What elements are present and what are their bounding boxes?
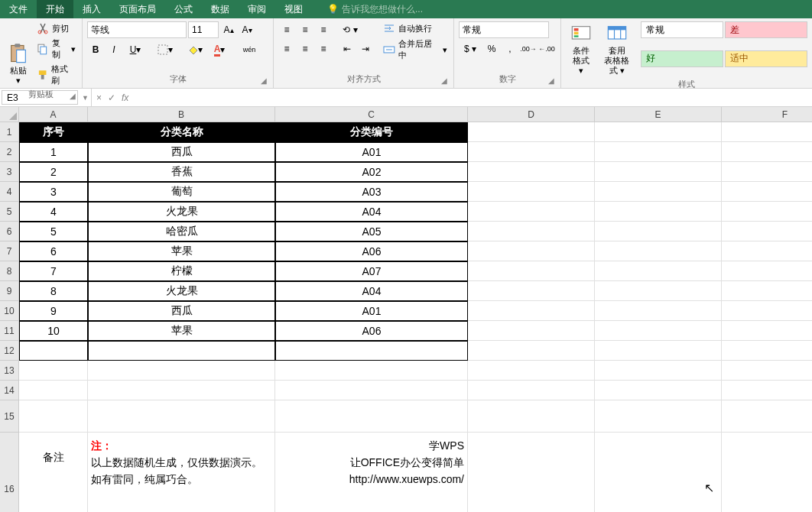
align-left-button[interactable]: ≡ — [278, 41, 295, 57]
increase-font-button[interactable]: A▴ — [220, 21, 237, 38]
cell-B6[interactable]: 哈密瓜 — [88, 222, 275, 241]
style-bad[interactable]: 差 — [725, 21, 807, 38]
cell-A11[interactable]: 10 — [19, 321, 88, 341]
cell-C5[interactable]: A04 — [275, 202, 468, 222]
cell-F8[interactable] — [722, 261, 812, 281]
currency-button[interactable]: $ ▾ — [459, 41, 482, 57]
cell-D1[interactable] — [468, 122, 595, 142]
cell-F4[interactable] — [722, 182, 812, 202]
cell-D6[interactable] — [468, 222, 595, 241]
cell-E9[interactable] — [595, 281, 722, 301]
align-center-button[interactable]: ≡ — [297, 41, 313, 57]
cell-B16[interactable]: 注：以上数据随机生成，仅供数据演示。如有雷同，纯属巧合。 — [88, 433, 275, 512]
formula-cancel-button[interactable]: × — [96, 92, 102, 103]
name-box-dropdown[interactable]: ▼ — [80, 89, 92, 106]
style-normal[interactable]: 常规 — [641, 21, 723, 38]
dialog-launcher-icon[interactable]: ◢ — [261, 76, 267, 85]
phonetic-button[interactable]: wén — [238, 41, 261, 58]
cell-E15[interactable] — [595, 400, 722, 433]
cell-F9[interactable] — [722, 281, 812, 301]
row-header-5[interactable]: 5 — [0, 202, 19, 222]
bold-button[interactable]: B — [87, 41, 104, 58]
cell-F13[interactable] — [722, 361, 812, 381]
menu-开始[interactable]: 开始 — [37, 0, 73, 18]
row-header-4[interactable]: 4 — [0, 182, 19, 202]
cell-C9[interactable]: A04 — [275, 281, 468, 301]
col-header-A[interactable]: A — [19, 107, 88, 122]
cell-A12[interactable] — [19, 341, 88, 361]
cell-A3[interactable]: 2 — [19, 162, 88, 182]
cell-D8[interactable] — [468, 261, 595, 281]
cell-E3[interactable] — [595, 162, 722, 182]
number-format-select[interactable] — [459, 21, 549, 38]
row-header-2[interactable]: 2 — [0, 142, 19, 162]
cell-B9[interactable]: 火龙果 — [88, 281, 275, 301]
align-bottom-button[interactable]: ≡ — [315, 21, 332, 38]
row-header-6[interactable]: 6 — [0, 222, 19, 241]
row-header-3[interactable]: 3 — [0, 162, 19, 182]
cell-B7[interactable]: 苹果 — [88, 241, 275, 261]
dialog-launcher-icon[interactable]: ◢ — [548, 76, 554, 85]
conditional-format-button[interactable]: 条件格式▾ — [566, 21, 596, 77]
cell-A5[interactable]: 4 — [19, 202, 88, 222]
col-header-C[interactable]: C — [275, 107, 468, 122]
cell-F16[interactable] — [722, 433, 812, 512]
orientation-button[interactable]: ⟲ ▾ — [339, 21, 362, 38]
formula-ok-button[interactable]: ✓ — [108, 92, 115, 103]
cell-E1[interactable] — [595, 122, 722, 142]
dialog-launcher-icon[interactable]: ◢ — [441, 76, 447, 85]
cell-C11[interactable]: A06 — [275, 321, 468, 341]
fx-button[interactable]: fx — [122, 92, 128, 103]
cell-C14[interactable] — [275, 381, 468, 400]
decrease-indent-button[interactable]: ⇤ — [339, 41, 356, 57]
cell-A10[interactable]: 9 — [19, 301, 88, 321]
cell-A2[interactable]: 1 — [19, 142, 88, 162]
cell-C15[interactable] — [275, 400, 468, 433]
select-all-corner[interactable] — [0, 107, 19, 122]
col-header-E[interactable]: E — [595, 107, 722, 122]
row-header-10[interactable]: 10 — [0, 301, 19, 321]
cell-A16[interactable]: 备注 — [19, 433, 88, 512]
border-button[interactable]: ▾ — [154, 41, 177, 58]
align-right-button[interactable]: ≡ — [315, 41, 332, 57]
font-size-select[interactable] — [188, 21, 219, 38]
cell-B14[interactable] — [88, 381, 275, 400]
cell-C4[interactable]: A03 — [275, 182, 468, 202]
cut-button[interactable]: 剪切 — [35, 21, 77, 35]
cell-B8[interactable]: 柠檬 — [88, 261, 275, 281]
cell-B3[interactable]: 香蕉 — [88, 162, 275, 182]
cell-F15[interactable] — [722, 400, 812, 433]
cell-A6[interactable]: 5 — [19, 222, 88, 241]
cell-A4[interactable]: 3 — [19, 182, 88, 202]
row-header-14[interactable]: 14 — [0, 381, 19, 400]
cell-E11[interactable] — [595, 321, 722, 341]
cell-E10[interactable] — [595, 301, 722, 321]
dialog-launcher-icon[interactable]: ◢ — [70, 92, 76, 100]
cell-D13[interactable] — [468, 361, 595, 381]
cell-E4[interactable] — [595, 182, 722, 202]
cell-F12[interactable] — [722, 341, 812, 361]
cell-A14[interactable] — [19, 381, 88, 400]
menu-插入[interactable]: 插入 — [73, 0, 110, 18]
fill-color-button[interactable]: ▾ — [184, 41, 206, 58]
cell-C7[interactable]: A06 — [275, 241, 468, 261]
copy-button[interactable]: 复制 ▾ — [35, 37, 77, 61]
font-name-select[interactable] — [87, 21, 187, 38]
cell-C2[interactable]: A01 — [275, 142, 468, 162]
cell-A15[interactable] — [19, 400, 88, 433]
row-header-1[interactable]: 1 — [0, 122, 19, 142]
cell-E7[interactable] — [595, 241, 722, 261]
row-header-11[interactable]: 11 — [0, 321, 19, 341]
increase-decimal-button[interactable]: .00→ — [520, 41, 537, 57]
cell-C13[interactable] — [275, 361, 468, 381]
style-good[interactable]: 好 — [641, 50, 723, 67]
cell-D16[interactable] — [468, 433, 595, 512]
cell-E6[interactable] — [595, 222, 722, 241]
underline-button[interactable]: U ▾ — [124, 41, 147, 58]
cell-A8[interactable]: 7 — [19, 261, 88, 281]
cell-B13[interactable] — [88, 361, 275, 381]
cell-D7[interactable] — [468, 241, 595, 261]
cell-C10[interactable]: A01 — [275, 301, 468, 321]
menu-公式[interactable]: 公式 — [165, 0, 202, 18]
wrap-text-button[interactable]: 自动换行 — [382, 21, 449, 35]
